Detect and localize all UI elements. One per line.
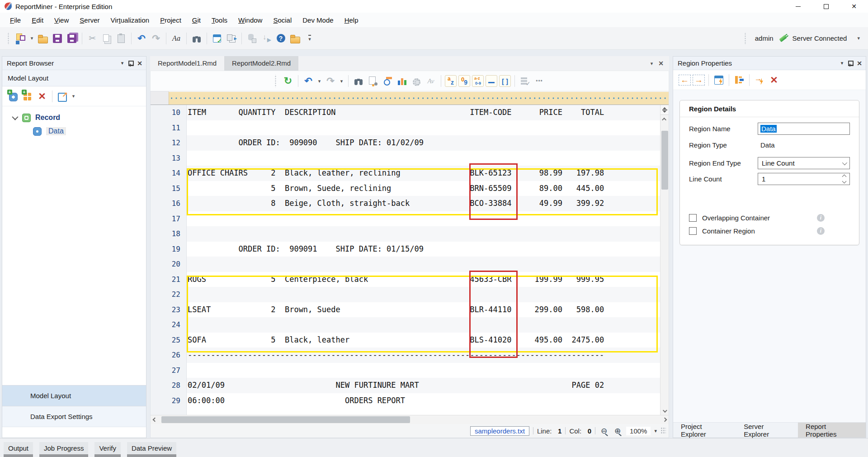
panel-close-icon[interactable]: ✕ <box>137 60 142 67</box>
export-db-icon[interactable] <box>245 32 258 45</box>
sidebar-item-model-layout[interactable]: Model Layout <box>2 385 146 406</box>
open-folder2-icon[interactable] <box>289 32 302 45</box>
item-code-field-highlight-2[interactable] <box>469 271 518 358</box>
cut-icon[interactable] <box>86 32 99 45</box>
zoom-level[interactable]: 100% <box>626 427 651 435</box>
tab-reportmodel1[interactable]: ReportModel1.Rmd <box>150 56 224 71</box>
help-icon[interactable] <box>274 32 287 45</box>
maximize-button[interactable] <box>812 0 840 13</box>
report-line-28[interactable]: 2802/01/09 NEW FURTINURE MART PAGE 02 <box>151 378 660 393</box>
undo-icon[interactable] <box>302 75 315 87</box>
menu-file[interactable]: File <box>5 14 26 27</box>
tab-server-explorer[interactable]: Server Explorer <box>736 423 798 438</box>
tab-list-icon[interactable]: ▾ <box>651 61 653 67</box>
tab-close-icon[interactable]: ✕ <box>658 60 664 67</box>
tab-reportmodel2[interactable]: ReportModel2.Rmd <box>224 56 298 71</box>
overlapping-container-checkbox[interactable] <box>689 214 697 222</box>
delete-region-icon[interactable] <box>768 74 780 86</box>
field-number-icon[interactable] <box>458 75 470 87</box>
report-line-27[interactable]: 27 <box>151 363 660 378</box>
info-icon[interactable]: i <box>817 214 825 222</box>
report-line-13[interactable]: 13 <box>151 151 660 166</box>
menu-edit[interactable]: Edit <box>26 14 49 27</box>
container-region-checkbox[interactable] <box>689 227 697 235</box>
menu-project[interactable]: Project <box>155 14 187 27</box>
report-line-11[interactable]: 11 <box>151 120 660 136</box>
copy-icon[interactable] <box>100 32 113 45</box>
report-line-18[interactable]: 18 <box>151 226 660 242</box>
add-collection-icon[interactable] <box>21 90 34 103</box>
panel-close-icon[interactable]: ✕ <box>857 60 862 67</box>
sidebar-item-data-export-settings[interactable]: Data Export Settings <box>2 406 146 427</box>
horizontal-scroll-thumb[interactable] <box>161 416 410 423</box>
tree-item-data[interactable]: Data <box>2 124 146 138</box>
refresh-icon[interactable] <box>282 75 294 87</box>
panel-menu-icon[interactable]: ▾ <box>841 60 844 66</box>
menu-social[interactable]: Social <box>268 14 297 27</box>
toolbar-grip[interactable] <box>744 32 747 45</box>
zoom-dropdown-icon[interactable]: ▾ <box>654 428 657 434</box>
vertical-scroll-thumb[interactable] <box>661 131 668 190</box>
info-icon[interactable]: i <box>817 227 825 235</box>
vertical-scrollbar[interactable] <box>660 105 669 415</box>
dropdown-sm-icon[interactable] <box>29 32 35 45</box>
minimize-button[interactable] <box>784 0 812 13</box>
tab-job-progress[interactable]: Job Progress <box>39 442 88 457</box>
scroll-down-icon[interactable] <box>660 407 669 415</box>
pin-icon[interactable] <box>848 60 852 67</box>
preview-icon[interactable] <box>381 75 394 87</box>
overflow-icon[interactable] <box>303 32 316 45</box>
tab-verify[interactable]: Verify <box>94 442 121 457</box>
tab-data-preview[interactable]: Data Preview <box>127 442 176 457</box>
data-region-highlight-2[interactable] <box>187 276 658 352</box>
paste-icon[interactable] <box>115 32 127 45</box>
tab-report-properties[interactable]: Report Properties <box>798 423 866 438</box>
report-line-10[interactable]: 10ITEM QUANTITY DESCRIPTION ITEM-CODE PR… <box>151 105 660 120</box>
auto-gears-icon[interactable] <box>410 75 423 87</box>
zoom-out-icon[interactable]: ⊖ <box>599 426 609 436</box>
goto-region-icon[interactable] <box>712 74 725 86</box>
field-alnum-icon[interactable] <box>472 75 484 87</box>
more-icon[interactable] <box>533 75 546 87</box>
prev-region-icon[interactable] <box>679 75 691 86</box>
close-button[interactable]: ✕ <box>840 0 868 13</box>
menu-help[interactable]: Help <box>339 14 364 27</box>
field-text-icon[interactable] <box>445 75 457 87</box>
font-gray-icon[interactable] <box>425 75 437 87</box>
scroll-right-icon[interactable] <box>660 418 669 421</box>
status-filename[interactable]: sampleorders.txt <box>470 426 529 436</box>
panel-menu-icon[interactable]: ▾ <box>121 60 124 66</box>
item-code-field-highlight-1[interactable] <box>469 163 518 220</box>
options-check-icon[interactable] <box>211 32 223 45</box>
region-end-type-select[interactable]: Line Count <box>758 157 850 169</box>
open-folder-icon[interactable] <box>37 32 49 45</box>
dropdown-sm-icon[interactable] <box>316 75 322 87</box>
region-fields-icon[interactable] <box>733 74 745 86</box>
scroll-up-icon[interactable] <box>660 115 669 123</box>
dropdown-sm-icon[interactable] <box>339 75 344 87</box>
pin-icon[interactable] <box>128 60 132 67</box>
report-line-19[interactable]: 19 ORDER ID: 909091 SHIP DATE: 01/15/09 <box>151 242 660 257</box>
new-model-icon[interactable] <box>14 32 27 45</box>
model-options-icon[interactable] <box>367 75 379 87</box>
menu-tools[interactable]: Tools <box>206 14 233 27</box>
menu-virtualization[interactable]: Virtualization <box>105 14 155 27</box>
menu-server[interactable]: Server <box>74 14 105 27</box>
apply-gray-icon[interactable] <box>519 75 531 87</box>
zoom-in-icon[interactable]: ⊕ <box>613 426 623 436</box>
find-icon[interactable] <box>190 32 203 45</box>
next-region-icon[interactable] <box>693 75 705 86</box>
menu-dev-mode[interactable]: Dev Mode <box>297 14 339 27</box>
field-blank-icon[interactable] <box>486 75 497 87</box>
chevron-down-icon[interactable] <box>12 114 18 120</box>
redo-icon[interactable] <box>324 75 337 87</box>
font-case-icon[interactable] <box>170 32 183 45</box>
undo-icon[interactable] <box>135 32 148 45</box>
add-data-region-icon[interactable] <box>7 90 19 103</box>
toolbar-overflow-icon[interactable]: ▾ <box>857 35 860 41</box>
auto-create-region-icon[interactable] <box>753 74 766 86</box>
menu-view[interactable]: View <box>49 14 74 27</box>
delete-item-icon[interactable] <box>36 90 48 103</box>
compare-windows-icon[interactable] <box>225 32 238 45</box>
line-count-stepper[interactable]: 1 <box>758 173 850 185</box>
